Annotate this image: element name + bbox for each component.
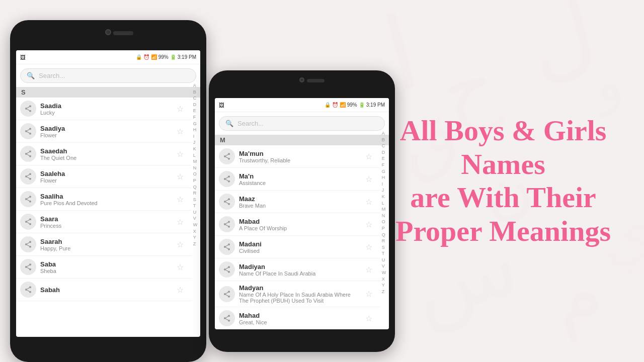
favorite-button[interactable]: ☆ xyxy=(173,169,187,184)
share-button[interactable] xyxy=(219,148,235,164)
alpha-letter[interactable]: T xyxy=(382,250,386,257)
share-button[interactable] xyxy=(20,123,36,139)
favorite-button[interactable]: ☆ xyxy=(173,283,187,297)
alpha-letter[interactable]: P xyxy=(193,177,198,184)
favorite-button[interactable]: ☆ xyxy=(362,149,376,163)
favorite-button[interactable]: ☆ xyxy=(173,215,187,229)
share-button[interactable] xyxy=(20,101,36,117)
share-button[interactable] xyxy=(20,191,36,207)
svg-point-30 xyxy=(29,241,31,243)
star-icon: ☆ xyxy=(365,174,372,184)
favorite-button[interactable]: ☆ xyxy=(362,172,376,186)
name-title: Saadiya xyxy=(40,125,169,132)
favorite-button[interactable]: ☆ xyxy=(173,237,187,251)
alpha-letter[interactable]: C xyxy=(193,95,198,102)
alpha-letter[interactable]: A xyxy=(193,82,198,89)
alpha-letter[interactable]: G xyxy=(193,121,198,127)
alpha-letter[interactable]: V xyxy=(382,263,386,269)
share-button[interactable] xyxy=(219,171,235,187)
alpha-letter[interactable]: T xyxy=(193,203,198,209)
list-item[interactable]: Ma'n Assistance ☆ xyxy=(215,168,380,191)
alpha-letter[interactable]: W xyxy=(193,222,198,228)
favorite-button[interactable]: ☆ xyxy=(362,311,376,325)
alpha-letter[interactable]: H xyxy=(193,127,198,133)
list-item[interactable]: Mahad Great, Nice ☆ xyxy=(215,307,380,329)
list-item[interactable]: Saaleha Flower ☆ xyxy=(16,165,191,188)
alpha-letter[interactable]: Z xyxy=(382,289,386,295)
list-item[interactable]: Saaedah The Quiet One ☆ xyxy=(16,143,191,165)
favorite-button[interactable]: ☆ xyxy=(173,147,187,161)
alpha-letter[interactable]: D xyxy=(193,102,198,108)
alpha-letter[interactable]: O xyxy=(193,171,198,177)
share-button[interactable] xyxy=(20,146,36,162)
list-item[interactable]: Saba Sheba ☆ xyxy=(16,256,191,279)
list-item[interactable]: Ma'mun Trustworthy, Reliable ☆ xyxy=(215,145,380,168)
list-item[interactable]: Saaliha Pure Pios And Devoted ☆ xyxy=(16,188,191,211)
svg-line-3 xyxy=(27,109,30,111)
alpha-letter[interactable]: U xyxy=(382,257,386,263)
list-item[interactable]: Saarah Happy, Pure ☆ xyxy=(16,233,191,256)
alpha-letter[interactable]: X xyxy=(193,228,198,235)
svg-point-70 xyxy=(228,266,230,268)
list-item[interactable]: Madani Civilised ☆ xyxy=(215,236,380,258)
favorite-button[interactable]: ☆ xyxy=(362,240,376,254)
alpha-letter[interactable]: U xyxy=(193,209,198,216)
alpha-letter[interactable]: R xyxy=(193,190,198,197)
alpha-letter[interactable]: S xyxy=(193,197,198,203)
alpha-letter[interactable]: Y xyxy=(193,234,198,241)
list-item[interactable]: Sabah ☆ xyxy=(16,279,191,301)
share-button[interactable] xyxy=(20,282,36,298)
alpha-letter[interactable]: E xyxy=(193,108,198,114)
favorite-button[interactable]: ☆ xyxy=(362,195,376,209)
share-button[interactable] xyxy=(219,286,235,302)
share-button[interactable] xyxy=(219,310,235,326)
list-item[interactable]: Madiyan Name Of Place In Saudi Arabia ☆ xyxy=(215,258,380,281)
list-item[interactable]: Saadia Lucky ☆ xyxy=(16,98,191,120)
name-info: Mabad A Place Of Worship xyxy=(239,218,358,231)
list-item[interactable]: Saara Princess ☆ xyxy=(16,211,191,233)
alpha-letter[interactable]: Z xyxy=(193,241,198,247)
star-icon: ☆ xyxy=(365,265,372,275)
share-button[interactable] xyxy=(219,216,235,232)
name-title: Saadia xyxy=(40,102,169,110)
favorite-button[interactable]: ☆ xyxy=(362,217,376,231)
list-item[interactable]: Madyan Name Of A Holy Place In Saudi Ara… xyxy=(215,281,380,307)
alpha-letter[interactable]: B xyxy=(193,89,198,96)
favorite-button[interactable]: ☆ xyxy=(173,260,187,274)
alpha-letter[interactable]: I xyxy=(193,133,198,140)
list-item[interactable]: Saadiya Flower ☆ xyxy=(16,120,191,143)
alpha-letter[interactable]: M xyxy=(193,158,198,165)
alpha-letter[interactable]: J xyxy=(193,139,198,146)
favorite-button[interactable]: ☆ xyxy=(173,124,187,138)
phone-2-battery-icon: 🔋 xyxy=(359,102,365,108)
share-button[interactable] xyxy=(20,214,36,230)
phone-2-battery: 99% xyxy=(347,102,357,108)
alpha-letter[interactable]: V xyxy=(193,215,198,222)
name-meaning: Name Of Place In Saudi Arabia xyxy=(239,270,358,277)
favorite-button[interactable]: ☆ xyxy=(362,287,376,301)
favorite-button[interactable]: ☆ xyxy=(362,262,376,277)
alpha-letter[interactable]: K xyxy=(193,146,198,152)
favorite-button[interactable]: ☆ xyxy=(173,102,187,116)
alpha-letter[interactable]: Y xyxy=(382,282,386,289)
alpha-letter[interactable]: W xyxy=(382,269,386,276)
share-button[interactable] xyxy=(20,259,36,275)
share-button[interactable] xyxy=(219,239,235,255)
favorite-button[interactable]: ☆ xyxy=(173,192,187,206)
share-button[interactable] xyxy=(20,168,36,185)
svg-line-8 xyxy=(27,132,30,133)
svg-line-33 xyxy=(27,245,30,246)
alpha-letter[interactable]: L xyxy=(193,152,198,159)
alpha-letter[interactable]: Q xyxy=(193,184,198,191)
share-button[interactable] xyxy=(219,261,235,278)
share-button[interactable] xyxy=(20,236,36,252)
phone-2-search-bar[interactable]: 🔍 Search... xyxy=(219,116,385,131)
list-item[interactable]: Mabad A Place Of Worship ☆ xyxy=(215,213,380,236)
alpha-letter[interactable]: F xyxy=(193,114,198,121)
phone-1-search-bar[interactable]: 🔍 Search... xyxy=(20,68,196,83)
share-button[interactable] xyxy=(219,194,235,210)
alpha-letter[interactable]: X xyxy=(382,276,386,283)
svg-point-80 xyxy=(228,315,230,317)
list-item[interactable]: Maaz Brave Man ☆ xyxy=(215,191,380,213)
alpha-letter[interactable]: N xyxy=(193,165,198,171)
